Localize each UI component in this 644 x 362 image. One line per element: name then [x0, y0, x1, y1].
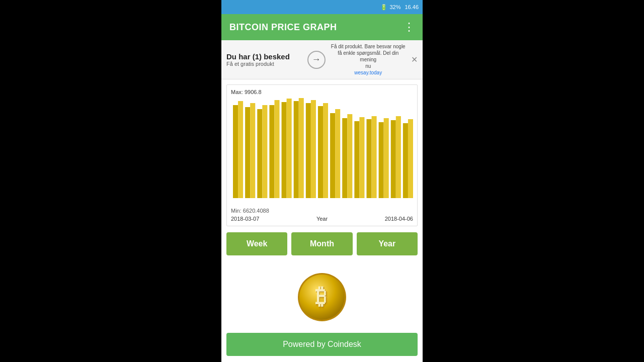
bar-light-10 — [347, 114, 352, 198]
bitcoin-logo-area: ₿ ₿ ₿ — [221, 261, 423, 333]
bar-light-5 — [287, 99, 292, 198]
ad-title: Du har (1) besked — [226, 52, 302, 61]
bitcoin-logo: ₿ ₿ ₿ — [297, 272, 347, 322]
chart-canvas — [231, 96, 413, 207]
svg-text:₿: ₿ — [315, 284, 327, 309]
bar-light-9 — [335, 109, 340, 198]
bar-dark-11 — [354, 121, 359, 198]
battery-percentage: 32% — [389, 4, 400, 10]
year-button[interactable]: Year — [357, 232, 418, 255]
status-bar-right: 🔋 32% 16.46 — [380, 4, 419, 11]
powered-by-button[interactable]: Powered by Coindesk — [226, 333, 418, 356]
menu-button[interactable]: ⋮ — [404, 22, 415, 33]
month-button[interactable]: Month — [291, 232, 352, 255]
chart-min-label: Min: 6620.4088 — [231, 208, 413, 214]
bar-dark-15 — [403, 123, 408, 198]
bar-light-11 — [359, 117, 364, 198]
bar-light-7 — [311, 100, 316, 198]
ad-close-button[interactable]: ✕ — [411, 55, 418, 64]
bar-dark-13 — [379, 122, 384, 198]
bar-dark-8 — [318, 106, 323, 198]
bar-light-2 — [250, 103, 255, 198]
chart-axis-labels: 2018-03-07 Year 2018-04-06 — [231, 216, 413, 222]
chart-end-date: 2018-04-06 — [385, 216, 413, 222]
bar-light-15 — [408, 119, 413, 198]
arrow-icon: → — [312, 54, 321, 65]
bar-light-14 — [396, 116, 401, 198]
bar-light-13 — [384, 118, 389, 198]
ad-left-content: Du har (1) besked Få et gratis produkt — [226, 52, 302, 67]
bar-light-8 — [323, 103, 328, 198]
bar-light-3 — [262, 105, 267, 198]
bar-dark-3 — [257, 109, 262, 198]
bar-chart-svg — [231, 96, 413, 207]
phone-frame: 🔋 32% 16.46 BITCOIN PRICE GRAPH ⋮ Du har… — [221, 0, 423, 362]
bar-light-1 — [238, 101, 243, 198]
bar-light-6 — [299, 98, 304, 198]
bar-dark-6 — [294, 101, 299, 198]
bar-dark-9 — [330, 113, 335, 198]
chart-start-date: 2018-03-07 — [231, 216, 259, 222]
app-bar: BITCOIN PRICE GRAPH ⋮ — [221, 14, 423, 40]
ad-banner: Du har (1) besked Få et gratis produkt →… — [221, 40, 423, 79]
bar-dark-2 — [245, 107, 250, 198]
bar-dark-10 — [342, 118, 347, 198]
bar-light-4 — [274, 100, 279, 198]
chart-container: Max: 9906.8 — [226, 84, 418, 226]
app-title: BITCOIN PRICE GRAPH — [229, 22, 337, 33]
battery-icon: 🔋 — [380, 4, 387, 11]
chart-max-label: Max: 9906.8 — [231, 89, 413, 95]
ad-right-text: Få dit produkt. Bare besvar noglefå enkl… — [331, 43, 407, 76]
bar-dark-5 — [282, 102, 287, 198]
bar-dark-1 — [233, 105, 238, 198]
bar-dark-14 — [391, 120, 396, 198]
week-button[interactable]: Week — [226, 232, 287, 255]
bar-dark-4 — [269, 105, 274, 198]
ad-subtitle: Få et gratis produkt — [226, 61, 302, 67]
status-bar: 🔋 32% 16.46 — [221, 0, 423, 14]
chart-center-label: Year — [316, 216, 328, 222]
time-display: 16.46 — [405, 4, 419, 10]
bar-light-12 — [372, 116, 377, 198]
period-buttons: Week Month Year — [221, 226, 423, 261]
ad-arrow-button[interactable]: → — [307, 51, 326, 69]
bar-dark-12 — [366, 119, 371, 198]
bar-dark-7 — [306, 103, 311, 198]
